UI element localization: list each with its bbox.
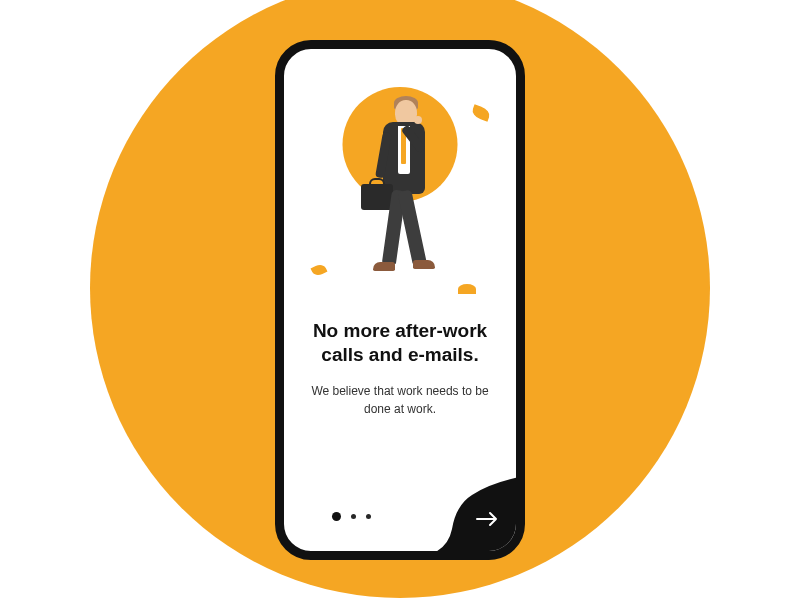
onboarding-screen: No more after-work calls and e-mails. We… xyxy=(284,49,516,551)
onboarding-content: No more after-work calls and e-mails. We… xyxy=(284,319,516,418)
page-dot[interactable] xyxy=(351,514,356,519)
phone-frame: No more after-work calls and e-mails. We… xyxy=(275,40,525,560)
leaf-icon xyxy=(311,263,328,278)
page-indicator xyxy=(332,512,371,521)
next-button[interactable] xyxy=(430,481,520,555)
hero-illustration xyxy=(284,59,516,319)
leaf-icon xyxy=(470,104,491,121)
onboarding-title: No more after-work calls and e-mails. xyxy=(308,319,492,368)
onboarding-subtitle: We believe that work needs to be done at… xyxy=(308,382,492,418)
onboarding-nav xyxy=(284,471,516,551)
page-dot[interactable] xyxy=(366,514,371,519)
businessman-illustration xyxy=(345,94,455,294)
arrow-right-icon xyxy=(476,511,498,527)
page-dot-active[interactable] xyxy=(332,512,341,521)
leaf-icon xyxy=(458,284,476,294)
next-button-bg xyxy=(428,477,520,555)
